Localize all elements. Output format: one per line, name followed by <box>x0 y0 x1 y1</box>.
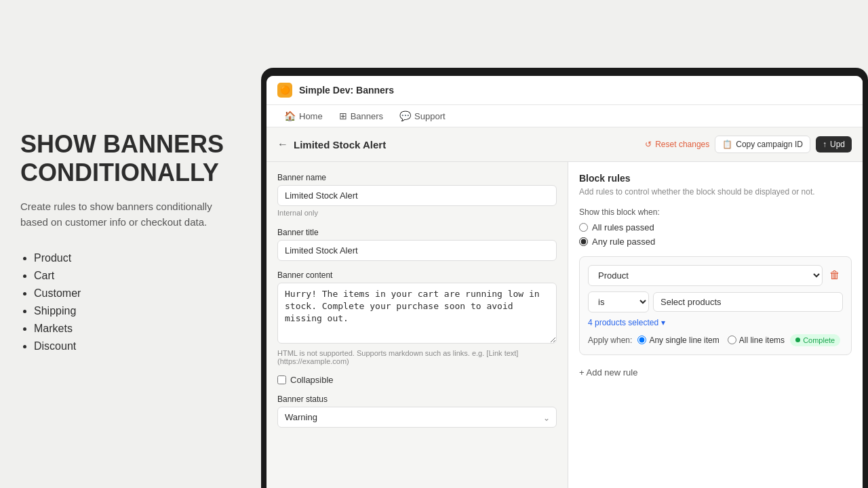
all-rules-radio[interactable] <box>579 223 588 232</box>
chevron-down-icon: ▾ <box>661 318 665 327</box>
rule-box: Product Cart Customer 🗑 is is not <box>579 256 852 355</box>
all-line-label: All line items <box>739 336 785 345</box>
app-chrome: 🟠 Simple Dev: Banners 🏠 Home ⊞ Banners 💬… <box>267 76 863 127</box>
rules-column: Block rules Add rules to control whether… <box>568 162 863 488</box>
app-title: Simple Dev: Banners <box>299 85 394 96</box>
rule-type-select[interactable]: Product Cart Customer <box>588 265 823 286</box>
rule-condition-select[interactable]: is is not <box>588 291 649 312</box>
any-rule-label: Any rule passed <box>592 237 655 247</box>
banner-name-label: Banner name <box>277 173 557 182</box>
all-line-row: All line items <box>728 336 785 345</box>
nav-banners-label: Banners <box>351 111 383 121</box>
left-panel: SHOW BANNERS CONDITIONALLY Create rules … <box>0 0 261 488</box>
page-title: Limited Stock Alert <box>294 139 386 150</box>
products-selected-text: 4 products selected <box>588 318 658 327</box>
banner-content-note: HTML is not supported. Supports markdown… <box>277 349 557 365</box>
nav-banners[interactable]: ⊞ Banners <box>332 105 390 127</box>
show-when-label: Show this block when: <box>579 207 852 217</box>
any-single-label: Any single line item <box>649 336 719 345</box>
rules-subtitle: Add rules to control whether the block s… <box>579 186 852 198</box>
form-column: Banner name Internal only Banner title B… <box>267 162 568 488</box>
copy-campaign-id-button[interactable]: 📋 Copy campaign ID <box>715 136 810 153</box>
campaign-label: Copy campaign ID <box>736 140 803 149</box>
update-icon: ↑ <box>823 140 827 149</box>
banners-icon: ⊞ <box>339 110 347 121</box>
nav-support[interactable]: 💬 Support <box>393 105 452 127</box>
banner-name-group: Banner name Internal only <box>277 173 557 218</box>
nav-support-label: Support <box>414 111 446 121</box>
all-line-radio[interactable] <box>728 336 736 344</box>
status-badge-label: Complete <box>803 336 835 344</box>
banner-status-group: Banner status Warning <box>277 394 557 428</box>
nav-home[interactable]: 🏠 Home <box>277 105 330 127</box>
rule-delete-button[interactable]: 🗑 <box>827 268 843 283</box>
status-dot <box>795 338 800 342</box>
banner-status-select-wrapper: Warning <box>277 407 557 428</box>
apply-radio-group: Any single line item All line items <box>637 336 785 345</box>
page-header-left: ← Limited Stock Alert <box>277 138 386 150</box>
list-item-customer: Customer <box>34 287 241 300</box>
banner-title-group: Banner title <box>277 228 557 261</box>
list-item-cart: Cart <box>34 270 241 282</box>
collapsible-group: Collapsible <box>277 375 557 385</box>
reset-label: Reset changes <box>655 140 709 149</box>
collapsible-checkbox[interactable] <box>277 375 286 384</box>
status-badge: Complete <box>790 334 840 346</box>
app-icon: 🟠 <box>277 83 292 98</box>
reset-changes-button[interactable]: ↺ Reset changes <box>645 140 709 149</box>
page-content: ← Limited Stock Alert ↺ Reset changes 📋 … <box>267 127 863 488</box>
banner-status-label: Banner status <box>277 394 557 404</box>
nav-home-label: Home <box>299 111 323 121</box>
products-selected-link[interactable]: 4 products selected ▾ <box>588 318 843 327</box>
banner-name-input[interactable] <box>277 185 557 206</box>
list-item-markets: Markets <box>34 323 241 335</box>
main-description: Create rules to show banners conditional… <box>20 199 241 230</box>
banner-title-label: Banner title <box>277 228 557 237</box>
home-icon: 🏠 <box>284 110 296 121</box>
any-rule-radio-row: Any rule passed <box>579 237 852 247</box>
rule-condition-row: is is not Select products <box>588 291 843 312</box>
nav-bar: 🏠 Home ⊞ Banners 💬 Support <box>267 104 863 127</box>
tablet-inner: 🟠 Simple Dev: Banners 🏠 Home ⊞ Banners 💬… <box>267 76 863 488</box>
any-single-radio[interactable] <box>637 336 646 344</box>
feature-list: Product Cart Customer Shipping Markets D… <box>20 252 241 358</box>
tablet-frame: 🟠 Simple Dev: Banners 🏠 Home ⊞ Banners 💬… <box>261 68 868 488</box>
banner-status-select[interactable]: Warning <box>277 407 557 428</box>
select-products-button[interactable]: Select products <box>653 292 843 312</box>
right-panel: 🟠 Simple Dev: Banners 🏠 Home ⊞ Banners 💬… <box>261 0 868 488</box>
update-button[interactable]: ↑ Upd <box>816 136 852 152</box>
all-rules-label: All rules passed <box>592 222 654 232</box>
all-rules-radio-row: All rules passed <box>579 222 852 232</box>
page-header-right: ↺ Reset changes 📋 Copy campaign ID ↑ Upd <box>645 136 852 153</box>
rules-title: Block rules <box>579 173 852 184</box>
main-layout: Banner name Internal only Banner title B… <box>267 162 863 488</box>
back-button[interactable]: ← <box>277 138 288 150</box>
banner-content-input[interactable]: Hurry! The items in your cart are runnin… <box>277 283 557 344</box>
banner-content-group: Banner content Hurry! The items in your … <box>277 270 557 365</box>
apply-when-label: Apply when: <box>588 336 632 345</box>
collapsible-label: Collapsible <box>290 375 334 385</box>
any-single-row: Any single line item <box>637 336 719 345</box>
apply-when-row: Apply when: Any single line item All lin… <box>588 334 843 346</box>
banner-name-hint: Internal only <box>277 209 318 217</box>
banner-title-input[interactable] <box>277 240 557 261</box>
banner-content-label: Banner content <box>277 270 557 280</box>
show-when-radio-group: All rules passed Any rule passed <box>579 222 852 247</box>
list-item-discount: Discount <box>34 340 241 352</box>
list-item-product: Product <box>34 252 241 264</box>
rule-type-row: Product Cart Customer 🗑 <box>588 265 843 286</box>
main-heading: SHOW BANNERS CONDITIONALLY <box>20 130 241 186</box>
add-new-rule-button[interactable]: + Add new rule <box>579 363 637 382</box>
title-bar: 🟠 Simple Dev: Banners <box>267 76 863 104</box>
page-header: ← Limited Stock Alert ↺ Reset changes 📋 … <box>267 127 863 162</box>
reset-icon: ↺ <box>645 140 652 149</box>
copy-icon: 📋 <box>722 140 732 149</box>
update-label: Upd <box>830 140 845 149</box>
support-icon: 💬 <box>399 110 411 121</box>
any-rule-radio[interactable] <box>579 237 588 246</box>
list-item-shipping: Shipping <box>34 305 241 317</box>
